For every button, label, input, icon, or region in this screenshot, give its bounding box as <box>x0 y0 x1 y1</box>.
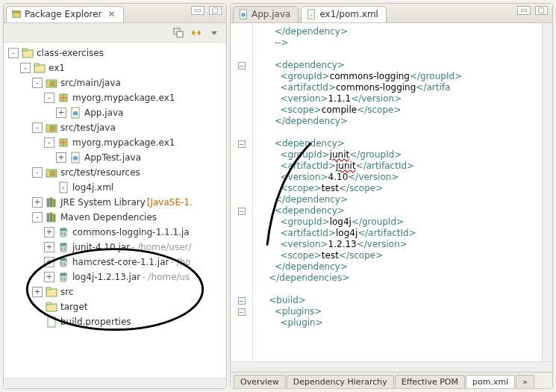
collapse-toggle[interactable]: - <box>32 167 43 178</box>
code-token: </artifa <box>416 82 450 93</box>
code-token: </dependency> <box>275 26 348 37</box>
expand-toggle[interactable]: + <box>44 272 54 282</box>
tree-node[interactable]: -src/test/resources <box>7 165 226 180</box>
package-explorer-panel: Package Explorer ✕ ▭ ▢ -class-exercises-… <box>3 3 227 389</box>
fold-toggle[interactable]: − <box>238 62 246 69</box>
tree-node[interactable]: -myorg.mypackage.ex1 <box>7 135 226 150</box>
editor-code[interactable]: </dependency> --> <dependency> <groupId>… <box>253 23 542 361</box>
tree-node[interactable]: +01commons-logging-1.1.1.ja <box>7 225 226 240</box>
tree-node-hint: [JavaSE-1. <box>147 197 193 208</box>
svg-rect-38 <box>60 243 66 246</box>
fold-toggle[interactable]: − <box>238 140 246 148</box>
more-tabs-icon[interactable]: » <box>516 375 534 388</box>
editor-bottom-tab[interactable]: Dependency Hierarchy <box>287 375 394 388</box>
source-folder-icon <box>46 122 57 134</box>
minimize-icon[interactable]: ▭ <box>191 6 204 15</box>
tree-node[interactable]: +01log4j-1.2.13.jar - /home/us <box>7 270 226 284</box>
panel-window-controls: ▭ ▢ <box>191 6 222 15</box>
tree-node[interactable]: -src/test/java <box>7 120 226 135</box>
expand-toggle[interactable]: + <box>44 257 54 267</box>
collapse-toggle[interactable]: - <box>20 63 31 73</box>
svg-text:01: 01 <box>61 231 66 236</box>
code-line: </dependency> <box>257 26 537 37</box>
fold-toggle[interactable]: − <box>238 308 246 316</box>
library-icon <box>46 211 57 223</box>
editor-h-scrollbar[interactable] <box>231 361 552 372</box>
fold-toggle[interactable]: − <box>238 297 246 305</box>
tree-node-label: junit-4.10.jar <box>72 242 130 252</box>
expand-toggle[interactable]: + <box>56 108 66 118</box>
code-token: commons-logging <box>336 82 416 93</box>
expand-toggle[interactable]: + <box>56 152 66 163</box>
package-explorer-tree[interactable]: -class-exercises-ex1-src/main/java-myorg… <box>4 43 226 378</box>
tree-node[interactable]: +01junit-4.10.jar - /home/user/ <box>7 240 226 255</box>
tree-node-label: commons-logging-1.1.1.ja <box>72 227 190 237</box>
tree-node[interactable]: target <box>7 299 226 314</box>
code-token: <dependency> <box>275 60 345 70</box>
tree-node[interactable]: +src <box>7 284 226 299</box>
tree-node[interactable]: +JApp.java <box>7 105 226 120</box>
close-icon[interactable]: ✕ <box>108 9 116 19</box>
expand-toggle[interactable]: + <box>44 242 54 252</box>
maximize-icon[interactable]: ▢ <box>209 6 222 15</box>
code-line: <dependency> <box>257 60 537 71</box>
editor-tab[interactable]: Xex1/pom.xml <box>301 6 387 22</box>
tree-node[interactable]: +01hamcrest-core-1.1.jar - /ho <box>7 255 226 270</box>
code-line <box>257 127 537 138</box>
tree-node[interactable]: -ex1 <box>7 60 226 75</box>
tree-node[interactable]: -myorg.mypackage.ex1 <box>7 90 226 105</box>
code-token: </groupId> <box>352 217 404 227</box>
package-explorer-tab[interactable]: Package Explorer ✕ <box>6 6 124 22</box>
code-token: </artifactId> <box>357 228 416 238</box>
tree-node-label: src/main/java <box>60 78 121 88</box>
editor-tab[interactable]: JApp.java <box>233 6 299 22</box>
code-token: <plugins> <box>275 306 322 317</box>
code-token: </dependency> <box>275 116 348 126</box>
code-line: <artifactId>commons-logging</artifa <box>257 82 537 93</box>
expand-toggle[interactable]: + <box>44 227 54 237</box>
svg-rect-31 <box>47 214 49 222</box>
minimize-icon[interactable]: ▭ <box>517 6 530 15</box>
editor-bottom-tab[interactable]: Overview <box>234 375 286 388</box>
collapse-toggle[interactable]: - <box>32 78 43 88</box>
collapse-toggle[interactable]: - <box>44 137 54 148</box>
code-token: <scope> <box>281 250 322 261</box>
code-line: <scope>test</scope> <box>257 250 537 261</box>
collapse-all-icon[interactable] <box>172 27 184 39</box>
tree-h-scrollbar[interactable] <box>4 378 226 388</box>
tree-node[interactable]: Xlog4j.xml <box>7 180 226 195</box>
fold-toggle[interactable]: − <box>238 208 246 215</box>
editor-bottom-tab[interactable]: Effective POM <box>395 375 465 388</box>
expand-toggle[interactable]: + <box>32 287 43 297</box>
collapse-toggle[interactable]: - <box>32 122 43 133</box>
code-line: <artifactId>log4j</artifactId> <box>257 228 537 239</box>
code-line: <version>1.2.13</version> <box>257 239 537 250</box>
view-menu-icon[interactable] <box>208 27 220 39</box>
tree-node-label: myorg.mypackage.ex1 <box>72 137 175 148</box>
tree-node[interactable]: +JRE System Library [JavaSE-1. <box>7 195 226 210</box>
editor-v-scrollbar[interactable] <box>542 23 552 361</box>
expand-toggle[interactable]: + <box>32 197 43 208</box>
editor-bottom-tab[interactable]: pom.xml <box>466 375 515 388</box>
link-editor-icon[interactable] <box>190 27 202 39</box>
tree-node-hint: - /home/us <box>142 272 190 282</box>
tree-node-label: App.java <box>84 108 123 118</box>
tree-node[interactable]: build.properties <box>7 314 226 329</box>
tree-node[interactable]: -src/main/java <box>7 75 226 90</box>
collapse-toggle[interactable]: - <box>8 48 19 58</box>
svg-rect-3 <box>177 31 183 37</box>
maximize-icon[interactable]: ▢ <box>535 6 548 15</box>
tree-node[interactable]: -class-exercises <box>7 46 226 60</box>
tree-node-hint: - /home/user/ <box>131 242 191 252</box>
collapse-toggle[interactable]: - <box>32 212 43 223</box>
package-explorer-tab-label: Package Explorer <box>25 9 102 19</box>
tree-node[interactable]: -Maven Dependencies <box>7 210 226 225</box>
collapse-toggle[interactable]: - <box>44 93 54 103</box>
editor-scroll[interactable]: −−−−− </dependency> --> <dependency> <gr… <box>231 23 552 361</box>
editor-tab-label: App.java <box>252 9 290 19</box>
code-line <box>257 284 537 295</box>
tree-node[interactable]: +JAppTest.java <box>7 150 226 165</box>
editor-gutter[interactable]: −−−−− <box>231 23 253 361</box>
tree-node-label: hamcrest-core-1.1.jar <box>72 257 169 267</box>
left-tabrow: Package Explorer ✕ ▭ ▢ <box>4 4 226 23</box>
